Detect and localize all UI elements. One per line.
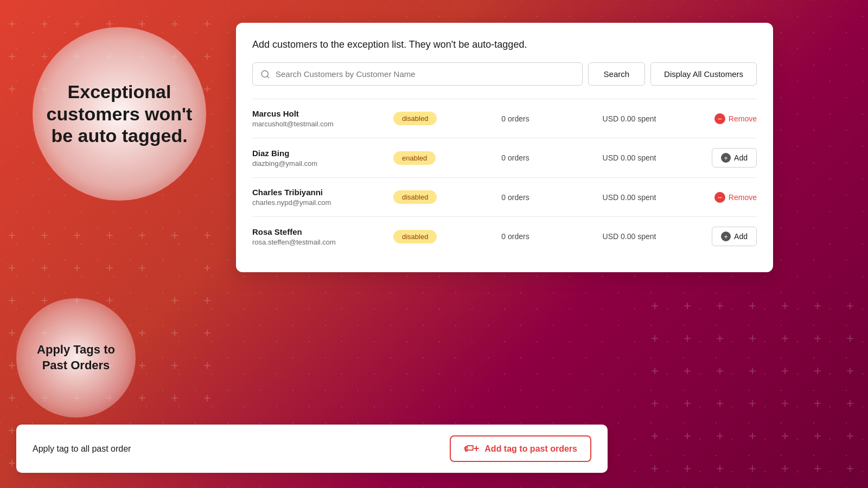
search-input-wrapper[interactable] xyxy=(252,62,583,86)
spent-column: USD 0.00 spent xyxy=(572,114,686,123)
action-column: + Add xyxy=(686,227,757,246)
table-row: Diaz Bing diazbing@ymail.com enabled 0 o… xyxy=(252,138,757,177)
add-label: Add xyxy=(734,232,748,241)
status-badge: disabled xyxy=(393,230,437,243)
orders-column: 0 orders xyxy=(458,114,572,123)
customer-info: Diaz Bing diazbing@ymail.com xyxy=(252,149,393,168)
customer-name: Marcus Holt xyxy=(252,109,393,118)
remove-button[interactable]: − Remove xyxy=(714,192,757,203)
customer-info: Charles Tribiyanni charles.nypd@ymail.co… xyxy=(252,188,393,207)
exceptional-customers-text: Exceptional customers won't be auto tagg… xyxy=(33,70,206,158)
orders-column: 0 orders xyxy=(458,232,572,241)
table-row: Rosa Steffen rosa.steffen@testmail.com d… xyxy=(252,216,757,256)
bottom-left-section: Apply Tags to Past Orders xyxy=(16,298,136,418)
apply-tags-text: Apply Tags to Past Orders xyxy=(16,331,136,384)
spent-column: USD 0.00 spent xyxy=(572,193,686,202)
spent-column: USD 0.00 spent xyxy=(572,232,686,241)
table-row: Marcus Holt marcusholt@testmail.com disa… xyxy=(252,99,757,138)
orders-column: 0 orders xyxy=(458,193,572,202)
action-column: + Add xyxy=(686,148,757,168)
remove-label: Remove xyxy=(729,114,757,123)
bottom-bar: Apply tag to all past order 🏷+ Add tag t… xyxy=(16,425,608,473)
display-all-customers-button[interactable]: Display All Customers xyxy=(650,62,757,86)
add-icon: + xyxy=(721,232,731,241)
main-circle-decoration: Exceptional customers won't be auto tagg… xyxy=(33,27,206,201)
search-input[interactable] xyxy=(276,63,575,85)
customer-name: Rosa Steffen xyxy=(252,227,393,236)
status-badge-wrapper: enabled xyxy=(393,151,458,165)
action-column: − Remove xyxy=(686,192,757,203)
customer-info: Rosa Steffen rosa.steffen@testmail.com xyxy=(252,227,393,246)
spent-column: USD 0.00 spent xyxy=(572,153,686,162)
orders-column: 0 orders xyxy=(458,153,572,162)
status-badge: disabled xyxy=(393,112,437,125)
add-button[interactable]: + Add xyxy=(712,227,757,246)
remove-icon: − xyxy=(714,192,725,203)
action-column: − Remove xyxy=(686,113,757,124)
customer-email: marcusholt@testmail.com xyxy=(252,120,393,128)
customers-list: Marcus Holt marcusholt@testmail.com disa… xyxy=(252,99,757,256)
remove-label: Remove xyxy=(729,193,757,202)
status-badge-wrapper: disabled xyxy=(393,190,458,204)
customer-name: Diaz Bing xyxy=(252,149,393,158)
status-badge: enabled xyxy=(393,151,436,165)
add-button[interactable]: + Add xyxy=(712,148,757,168)
apply-tag-label: Apply tag to all past order xyxy=(33,444,131,454)
search-row: Search Display All Customers xyxy=(252,62,757,86)
add-tag-to-past-orders-button[interactable]: 🏷+ Add tag to past orders xyxy=(450,435,591,462)
status-badge-wrapper: disabled xyxy=(393,230,458,243)
remove-button[interactable]: − Remove xyxy=(714,113,757,124)
status-badge: disabled xyxy=(393,190,437,204)
status-badge-wrapper: disabled xyxy=(393,112,458,125)
table-row: Charles Tribiyanni charles.nypd@ymail.co… xyxy=(252,177,757,216)
svg-point-0 xyxy=(261,70,268,77)
add-icon: + xyxy=(721,153,731,163)
customer-email: rosa.steffen@testmail.com xyxy=(252,238,393,246)
panel-title: Add customers to the exception list. The… xyxy=(252,39,757,50)
left-section: Exceptional customers won't be auto tagg… xyxy=(16,27,239,190)
tag-icon: 🏷+ xyxy=(464,443,480,454)
small-circle-decoration: Apply Tags to Past Orders xyxy=(16,298,136,418)
main-panel: Add customers to the exception list. The… xyxy=(236,23,773,272)
customer-email: diazbing@ymail.com xyxy=(252,159,393,168)
customer-name: Charles Tribiyanni xyxy=(252,188,393,197)
search-button[interactable]: Search xyxy=(588,62,646,86)
customer-info: Marcus Holt marcusholt@testmail.com xyxy=(252,109,393,128)
add-label: Add xyxy=(734,153,748,162)
remove-icon: − xyxy=(714,113,725,124)
customer-email: charles.nypd@ymail.com xyxy=(252,198,393,207)
search-icon xyxy=(260,69,270,79)
add-tag-btn-label: Add tag to past orders xyxy=(484,444,577,454)
